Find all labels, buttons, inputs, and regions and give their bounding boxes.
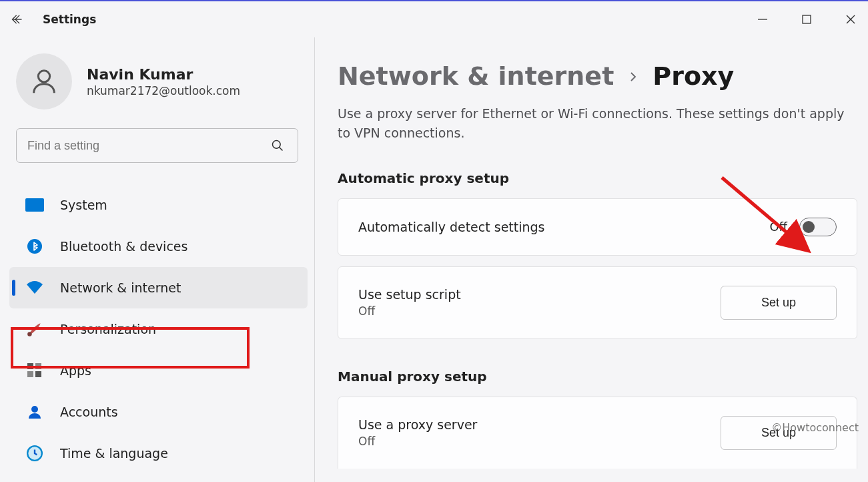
chevron-right-icon [627,65,639,87]
breadcrumb-parent[interactable]: Network & internet [338,61,614,91]
sidebar-item-apps[interactable]: Apps [9,350,308,391]
setup-script-button[interactable]: Set up [721,286,837,320]
card-sub-state: Off [358,435,477,448]
sidebar-item-label: System [60,198,107,212]
back-button[interactable] [11,13,24,26]
card-auto-detect: Automatically detect settings Off [338,198,857,256]
sidebar-item-bluetooth[interactable]: Bluetooth & devices [9,226,308,267]
app-title: Settings [43,13,96,26]
svg-line-6 [280,148,283,151]
sidebar-item-label: Bluetooth & devices [60,239,187,254]
sidebar-item-network[interactable]: Network & internet [9,267,308,308]
sidebar-item-label: Personalization [60,322,156,336]
svg-point-9 [27,332,32,336]
close-button[interactable] [844,13,857,26]
system-icon [25,196,44,214]
user-avatar[interactable] [16,53,72,109]
apps-icon [25,361,44,380]
breadcrumb: Network & internet Proxy [338,61,857,91]
sidebar-item-system[interactable]: System [9,184,308,226]
svg-rect-12 [27,371,33,377]
page-description: Use a proxy server for Ethernet or Wi-Fi… [338,104,845,144]
sidebar-item-personalization[interactable]: Personalization [9,308,308,350]
card-label: Use a proxy server [358,417,477,432]
section-title-auto: Automatic proxy setup [338,170,857,186]
svg-rect-7 [25,198,44,212]
svg-rect-11 [35,363,41,369]
minimize-button[interactable] [756,13,769,26]
card-setup-script: Use setup script Off Set up [338,266,857,339]
search-icon [268,136,287,155]
brush-icon [25,320,44,338]
search-input[interactable] [27,139,268,153]
card-sub-state: Off [358,304,461,318]
maximize-button[interactable] [800,13,813,26]
sidebar-item-label: Network & internet [60,280,181,295]
svg-point-5 [273,141,281,149]
card-label: Automatically detect settings [358,220,545,234]
search-box[interactable] [16,128,298,163]
user-email: nkumar2172@outlook.com [87,84,240,97]
card-proxy-server: Use a proxy server Off Set up [338,397,857,469]
user-name: Navin Kumar [87,66,240,83]
svg-rect-10 [27,363,33,369]
sidebar-item-label: Apps [60,363,91,378]
clock-icon [25,444,44,463]
svg-rect-1 [803,15,811,23]
wifi-icon [25,278,44,297]
svg-point-4 [38,71,49,82]
bluetooth-icon [25,237,44,256]
sidebar-item-label: Accounts [60,405,118,419]
sidebar-item-accounts[interactable]: Accounts [9,391,308,433]
svg-rect-13 [35,371,41,377]
toggle-auto-detect[interactable] [799,218,837,236]
sidebar-item-time[interactable]: Time & language [9,433,308,474]
sidebar-item-label: Time & language [60,446,168,461]
svg-point-14 [31,406,38,413]
breadcrumb-current: Proxy [653,61,734,91]
setup-proxy-button[interactable]: Set up [721,416,837,450]
toggle-state-text: Off [769,220,787,234]
accounts-icon [25,403,44,421]
section-title-manual: Manual proxy setup [338,369,857,385]
card-label: Use setup script [358,287,461,302]
